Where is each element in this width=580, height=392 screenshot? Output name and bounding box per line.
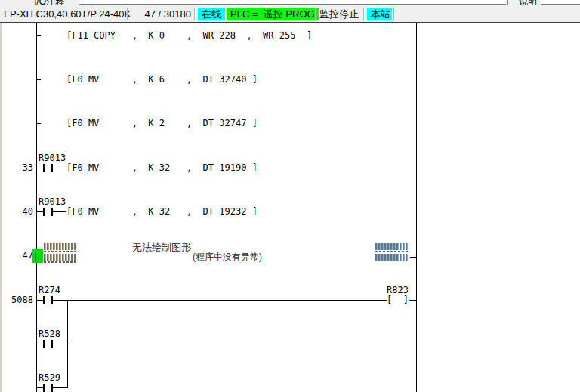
rung-stub	[37, 79, 41, 80]
online-status-badge[interactable]: 在线	[198, 8, 225, 20]
contact-bar	[43, 296, 45, 304]
status-bar: FP-XH C30,40,60T/P 24-40K 47 / 30180 在线 …	[0, 6, 580, 23]
description-input[interactable]	[541, 0, 580, 5]
instruction-f0-mv-19232[interactable]: [F0 MV , K 32 , DT 19232 ]	[66, 206, 258, 217]
right-power-rail	[416, 23, 417, 392]
io-comment-label: I/O注释	[34, 0, 78, 5]
rung-wire	[53, 344, 68, 344]
error-pattern-left	[44, 251, 77, 252]
step-number: 47	[3, 250, 33, 261]
instruction-f0-mv-32740[interactable]: [F0 MV , K 6 , DT 32740 ]	[66, 74, 258, 85]
instruction-f0-mv-32747[interactable]: [F0 MV , K 2 , DT 32747 ]	[66, 118, 258, 128]
instruction-f11-copy[interactable]: [F11 COPY , K 0 , WR 228 , WR 255 ]	[66, 30, 312, 41]
rung-wire	[53, 211, 66, 212]
monitor-stop-indicator[interactable]: 监控停止	[319, 6, 359, 22]
contact-bar	[43, 384, 45, 392]
contact-bar	[43, 340, 45, 348]
error-pattern-left	[44, 261, 77, 263]
status-separator	[194, 8, 195, 20]
rung-stub	[37, 123, 41, 124]
text-caret	[82, 0, 82, 4]
status-separator	[391, 8, 392, 20]
contact-label-r9013: R9013	[39, 196, 66, 207]
left-power-rail	[36, 23, 37, 392]
rung-wire	[409, 300, 417, 301]
instruction-f0-mv-19190[interactable]: [F0 MV , K 32 , DT 19190 ]	[66, 162, 258, 173]
contact-label-r9013: R9013	[39, 153, 66, 163]
window-left-edge	[0, 23, 2, 392]
rung-stub	[37, 35, 41, 36]
contact-label-r529: R529	[39, 372, 60, 383]
contact-label-r274: R274	[39, 285, 60, 295]
step-number: 33	[3, 162, 33, 173]
error-pattern-right	[375, 243, 409, 250]
plc-mode-badge[interactable]: PLC = 遥控 PROG	[227, 8, 319, 20]
contact-label-r528: R528	[39, 329, 60, 339]
description-label: 说明	[519, 0, 540, 5]
undrawable-message: 无法绘制图形	[132, 241, 191, 255]
error-pattern-right	[375, 251, 409, 252]
edit-cursor-cell[interactable]	[32, 249, 43, 263]
rung-wire	[53, 387, 68, 388]
edit-caret	[110, 23, 110, 30]
error-pattern-left	[44, 254, 77, 261]
step-number: 5088	[3, 295, 33, 305]
local-station-badge[interactable]: 本站	[367, 8, 394, 20]
status-separator	[363, 8, 364, 20]
status-separator	[127, 8, 128, 20]
step-position-indicator: 47 / 30180	[138, 6, 191, 22]
rung-wire	[410, 257, 416, 258]
status-separator	[315, 8, 316, 20]
error-pattern-left	[44, 243, 77, 250]
step-number: 40	[3, 206, 33, 217]
rung-wire	[53, 300, 387, 301]
coil-label-r823: R823	[387, 285, 409, 295]
contact-bar	[43, 164, 45, 172]
no-error-message: (程序中没有异常)	[193, 251, 262, 264]
pattern-fragment	[35, 252, 36, 261]
error-pattern-right	[375, 254, 409, 261]
comment-bar: I/O注释 说明	[0, 0, 580, 6]
rung-wire	[53, 168, 66, 168]
io-comment-input[interactable]	[79, 0, 506, 5]
plc-type-indicator: FP-XH C30,40,60T/P 24-40K	[4, 6, 131, 22]
comment-bar-divider	[508, 0, 508, 5]
contact-bar	[43, 208, 45, 216]
output-coil[interactable]: [ ]	[387, 295, 409, 305]
